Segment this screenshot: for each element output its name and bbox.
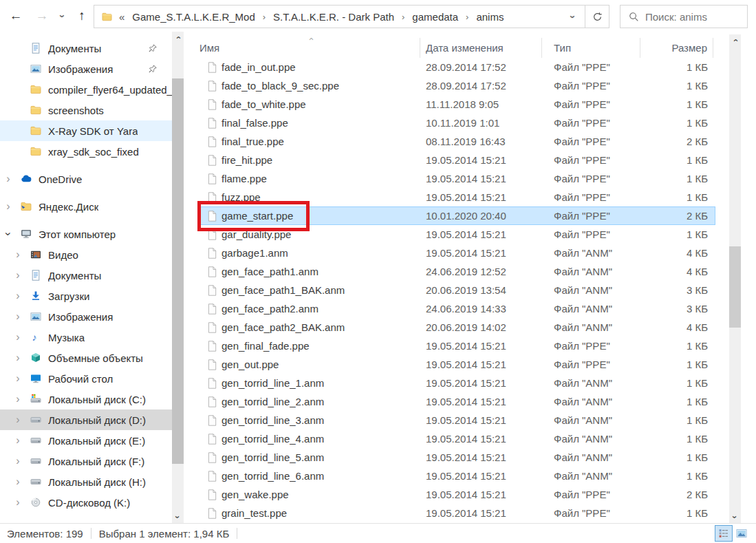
column-header-name[interactable]: Имя [184,38,420,58]
breadcrumb-overflow[interactable]: « [119,11,125,23]
expand-chevron-icon[interactable]: › [4,201,12,212]
back-button[interactable]: ← [6,0,26,32]
scroll-down-arrow[interactable]: › [172,511,184,523]
expand-chevron-icon[interactable]: › [14,373,22,384]
file-row[interactable]: gen_torrid_line_3.anm 19.05.2014 15:21 Ф… [184,411,729,429]
file-row[interactable]: fade_to_black_9_sec.ppe 28.09.2014 17:52… [184,76,729,95]
recent-locations-button[interactable]: › [55,0,70,32]
sidebar-item[interactable]: › Видео [0,244,172,265]
expand-chevron-icon[interactable]: › [14,456,22,467]
sidebar-item[interactable]: › X-Ray SDK от Yara [0,120,172,141]
file-row[interactable]: gen_torrid_line_2.anm 19.05.2014 15:21 Ф… [184,392,729,411]
file-row[interactable]: gen_out.ppe 19.05.2014 15:21 Файл "PPE" … [184,355,729,374]
expand-chevron-icon[interactable]: › [3,230,14,238]
expand-chevron-icon[interactable]: › [14,332,22,343]
sidebar-item[interactable]: › compiler_flyer64_updated_v [0,79,172,100]
expand-chevron-icon[interactable]: › [14,249,22,260]
scroll-up-arrow[interactable]: › [729,34,741,46]
file-type: Файл "PPE" [542,154,640,166]
forward-button[interactable]: → [32,0,52,32]
expand-chevron-icon[interactable]: › [14,497,22,508]
file-size: 1 КБ [640,154,713,166]
file-name: gen_torrid_line_3.anm [222,414,324,426]
sidebar-item[interactable]: › Изображения [0,58,172,79]
scroll-up-arrow[interactable]: › [172,32,184,43]
file-row[interactable]: fade_in_out.ppe 28.09.2014 17:52 Файл "P… [184,58,729,76]
expand-chevron-icon[interactable]: › [14,394,22,405]
column-header-size[interactable]: Размер [640,38,713,58]
sidebar-item[interactable]: › Локальный диск (E:) [0,430,172,451]
column-header-date[interactable]: Дата изменения [420,38,542,58]
sidebar-item[interactable]: › Изображения [0,306,172,327]
thumbnails-view-button[interactable] [733,525,750,542]
list-scrollbar[interactable]: › › [729,34,741,523]
file-row[interactable]: garbage1.anm 19.05.2014 15:21 Файл "ANM"… [184,244,729,262]
expand-chevron-icon[interactable]: › [14,290,22,301]
sidebar-item[interactable]: › Объемные объекты [0,348,172,368]
file-row[interactable]: gen_face_path1_BAK.anm 20.06.2019 13:54 … [184,281,729,299]
expand-chevron-icon[interactable]: › [14,270,22,281]
file-row[interactable]: gen_face_path1.anm 24.06.2019 12:52 Файл… [184,262,729,281]
file-row[interactable]: gen_face_path2.anm 24.06.2019 14:33 Файл… [184,299,729,318]
file-row[interactable]: final_false.ppe 10.11.2019 1:01 Файл "PP… [184,114,729,132]
scroll-down-arrow[interactable]: › [729,511,741,523]
breadcrumb-separator[interactable]: › [460,12,475,22]
sidebar-item[interactable]: › Локальный диск (F:) [0,451,172,471]
breadcrumb-segment[interactable]: anims [475,11,505,23]
breadcrumb-segment[interactable]: S.T.A.L.K.E.R. - Dark Path [272,11,396,23]
file-row[interactable]: flame.ppe 19.05.2014 15:21 Файл "PPE" 1 … [184,169,729,188]
chevron-down-icon: › [57,14,69,18]
file-row[interactable]: gen_torrid_line_5.anm 19.05.2014 15:21 Ф… [184,448,729,467]
breadcrumb-segment[interactable]: Game_S.T.A.L.K.E.R_Mod [131,11,256,23]
sidebar-item[interactable]: › Яндекс.Диск [0,196,172,217]
column-header-type[interactable]: Тип [542,38,640,58]
address-bar[interactable]: « Game_S.T.A.L.K.E.R_Mod›S.T.A.L.K.E.R. … [94,5,609,28]
sidebar-item[interactable]: › Документы [0,38,172,58]
sidebar-item[interactable]: › xray_sdk_soc_fixed [0,141,172,162]
scrollbar-thumb[interactable] [172,78,184,464]
sidebar-item[interactable]: › CD-дисковод (K:) [0,492,172,513]
sidebar-item[interactable]: › Локальный диск (D:) [0,409,172,430]
sidebar-item[interactable]: › Загрузки [0,286,172,306]
expand-chevron-icon[interactable]: › [4,173,12,184]
sidebar-item[interactable]: › Этот компьютер [0,224,172,244]
expand-chevron-icon[interactable]: › [14,435,22,446]
file-row[interactable]: fire_hit.ppe 19.05.2014 15:21 Файл "PPE"… [184,151,729,169]
sidebar-item[interactable]: › Локальный диск (C:) [0,389,172,409]
expand-chevron-icon[interactable]: › [14,352,22,363]
expand-chevron-icon[interactable]: › [14,414,22,425]
breadcrumb-segment[interactable]: gamedata [411,11,460,23]
sidebar-item[interactable]: › Локальный диск (H:) [0,471,172,492]
search-input[interactable] [645,11,735,23]
file-row[interactable]: gen_wake.ppe 19.05.2014 15:21 Файл "PPE"… [184,485,729,504]
sidebar-item[interactable]: › screenshots [0,100,172,120]
scrollbar-thumb[interactable] [729,246,741,328]
breadcrumb-separator[interactable]: › [257,12,272,22]
file-row[interactable]: gen_torrid_line_6.anm 19.05.2014 15:21 Ф… [184,467,729,485]
sidebar-scrollbar[interactable]: › › [172,32,184,523]
drive-icon [30,476,41,487]
file-row[interactable]: final_true.ppe 08.11.2019 16:43 Файл "PP… [184,132,729,151]
file-row[interactable]: gen_face_path2_BAK.anm 20.06.2019 14:02 … [184,318,729,337]
file-row[interactable]: gen_final_fade.ppe 19.05.2014 15:21 Файл… [184,337,729,355]
file-row[interactable]: grain_test.ppe 19.05.2014 15:21 Файл "PP… [184,504,729,522]
expand-chevron-icon[interactable]: › [14,311,22,322]
search-box[interactable] [620,5,748,28]
selection-info: Выбран 1 элемент: 1,94 КБ [99,528,230,540]
refresh-button[interactable] [585,6,609,28]
breadcrumb-separator[interactable]: › [396,12,411,22]
file-date: 19.05.2014 15:21 [420,507,542,519]
sidebar-item[interactable]: › OneDrive [0,169,172,189]
sidebar-item[interactable]: › Документы [0,265,172,286]
sidebar-item[interactable]: › Рабочий стол [0,368,172,389]
expand-chevron-icon[interactable]: › [14,476,22,487]
file-icon [208,341,217,352]
up-button[interactable]: ↑ [72,0,92,32]
file-row[interactable]: gen_torrid_line_1.anm 19.05.2014 15:21 Ф… [184,374,729,392]
file-row[interactable]: fade_to_white.ppe 11.11.2018 9:05 Файл "… [184,95,729,114]
sidebar-item[interactable]: › Музыка [0,327,172,348]
address-dropdown-button[interactable]: › [561,11,585,23]
file-row[interactable]: gen_torrid_line_4.anm 19.05.2014 15:21 Ф… [184,429,729,448]
details-view-button[interactable] [715,525,733,542]
file-row[interactable]: game_start.ppe 10.01.2020 20:40 Файл "PP… [184,206,729,225]
